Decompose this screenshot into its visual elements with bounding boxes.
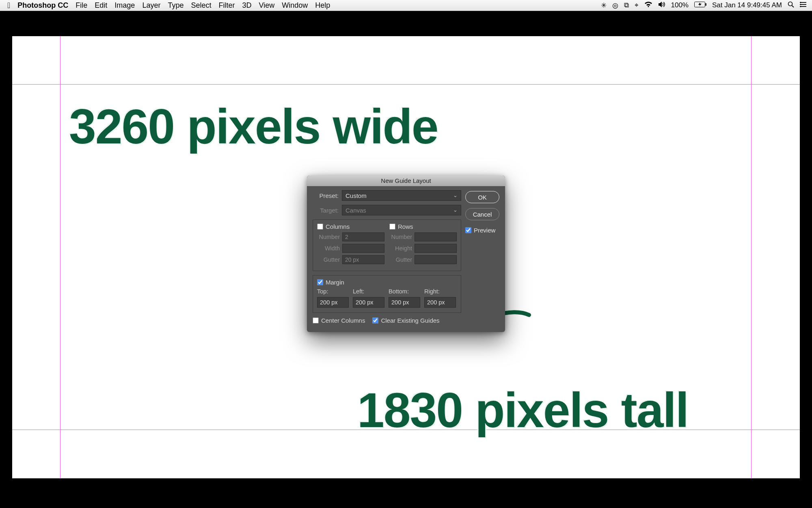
menu-type[interactable]: Type: [168, 1, 184, 10]
macos-menubar:  Photoshop CC File Edit Image Layer Typ…: [0, 0, 812, 11]
preset-label: Preset:: [313, 192, 339, 199]
margin-left-input[interactable]: 200 px: [353, 297, 384, 308]
columns-number-input: 2: [342, 232, 384, 241]
margin-top-input[interactable]: 200 px: [317, 297, 349, 308]
columns-gutter-label: Gutter: [317, 256, 342, 263]
target-value: Canvas: [346, 207, 366, 214]
rows-checkbox-label: Rows: [398, 223, 413, 230]
menu-help[interactable]: Help: [315, 1, 330, 10]
columns-width-label: Width: [317, 245, 342, 252]
menubar-left:  Photoshop CC File Edit Image Layer Typ…: [0, 1, 330, 10]
margin-top-label: Top:: [317, 288, 349, 295]
notification-center-icon[interactable]: [800, 1, 806, 9]
rows-number-input: [415, 232, 457, 241]
preset-dropdown[interactable]: Custom ⌄: [342, 190, 461, 201]
menu-window[interactable]: Window: [282, 1, 308, 10]
columns-gutter-input: 20 px: [342, 255, 384, 264]
menu-edit[interactable]: Edit: [95, 1, 107, 10]
battery-percent: 100%: [671, 1, 689, 9]
clear-existing-guides-checkbox[interactable]: Clear Existing Guides: [372, 317, 439, 324]
creative-cloud-icon[interactable]: ◎: [612, 1, 618, 10]
columns-number-label: Number: [317, 234, 342, 240]
apple-menu-icon[interactable]: : [7, 1, 10, 10]
volume-icon[interactable]: [658, 1, 665, 9]
center-columns-label: Center Columns: [321, 317, 365, 324]
menu-layer[interactable]: Layer: [142, 1, 160, 10]
margin-bottom-label: Bottom:: [389, 288, 420, 295]
svg-point-8: [800, 4, 801, 5]
margin-right-input[interactable]: 200 px: [424, 297, 456, 308]
cancel-button[interactable]: Cancel: [465, 208, 499, 220]
menu-view[interactable]: View: [259, 1, 274, 10]
guide-horizontal-top[interactable]: [12, 84, 800, 85]
margin-checkbox-label: Margin: [326, 279, 344, 286]
battery-icon[interactable]: [694, 1, 706, 9]
columns-checkbox[interactable]: Columns: [317, 223, 384, 230]
margin-right-label: Right:: [424, 288, 456, 295]
guide-vertical-left[interactable]: [60, 36, 60, 478]
columns-checkbox-label: Columns: [326, 223, 350, 230]
rows-height-input: [415, 244, 457, 253]
clear-existing-guides-label: Clear Existing Guides: [381, 317, 439, 324]
rows-checkbox[interactable]: Rows: [389, 223, 457, 230]
menu-file[interactable]: File: [76, 1, 87, 10]
new-guide-layout-dialog[interactable]: New Guide Layout Preset: Custom ⌄ Target…: [307, 176, 505, 332]
chevron-down-icon: ⌄: [453, 207, 458, 213]
rows-number-label: Number: [389, 234, 415, 240]
rows-gutter-label: Gutter: [389, 256, 415, 263]
svg-rect-1: [705, 3, 706, 6]
annotation-height-text: 1830 pixels tall: [357, 386, 688, 434]
menu-filter[interactable]: Filter: [218, 1, 235, 10]
ok-button[interactable]: OK: [465, 191, 499, 203]
menu-3d[interactable]: 3D: [242, 1, 251, 10]
center-columns-checkbox[interactable]: Center Columns: [313, 317, 365, 324]
status-icon-1[interactable]: ✳︎: [601, 1, 607, 10]
columns-width-input: [342, 244, 384, 253]
svg-point-7: [800, 2, 801, 3]
status-icon-2[interactable]: ⌖: [635, 1, 639, 9]
rows-gutter-input: [415, 255, 457, 264]
menu-select[interactable]: Select: [191, 1, 211, 10]
svg-line-3: [792, 5, 794, 7]
target-label: Target:: [313, 207, 339, 214]
photoshop-workspace: 3260 pixels wide 1830 pixels tall New Gu…: [0, 11, 812, 508]
menubar-right: ✳︎ ◎ ⧉ ⌖ 100% Sat Jan 14 9:49:45 AM: [601, 1, 812, 10]
preview-checkbox[interactable]: Preview: [465, 227, 499, 234]
dialog-title: New Guide Layout: [307, 176, 505, 186]
chevron-down-icon: ⌄: [453, 192, 458, 198]
margin-checkbox[interactable]: Margin: [317, 279, 457, 286]
app-name[interactable]: Photoshop CC: [17, 1, 68, 10]
svg-point-2: [788, 2, 793, 6]
wifi-icon[interactable]: [644, 1, 652, 9]
target-dropdown: Canvas ⌄: [342, 205, 461, 215]
clock[interactable]: Sat Jan 14 9:49:45 AM: [712, 1, 782, 9]
preset-value: Custom: [346, 192, 367, 199]
margin-bottom-input[interactable]: 200 px: [389, 297, 420, 308]
svg-point-9: [800, 6, 801, 7]
guide-vertical-right[interactable]: [751, 36, 752, 478]
margin-left-label: Left:: [353, 288, 384, 295]
rows-height-label: Height: [389, 245, 415, 252]
dropbox-icon[interactable]: ⧉: [624, 1, 629, 9]
preview-label: Preview: [474, 227, 495, 234]
spotlight-icon[interactable]: [788, 1, 794, 10]
menu-image[interactable]: Image: [114, 1, 135, 10]
annotation-width-text: 3260 pixels wide: [69, 102, 438, 151]
